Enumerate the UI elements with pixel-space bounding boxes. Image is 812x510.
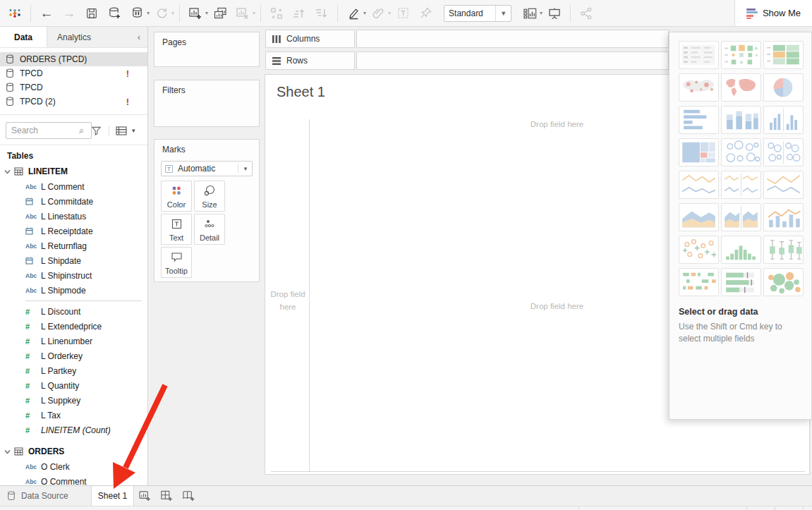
sort-ascending-icon[interactable]: [290, 4, 308, 23]
table-group-header[interactable]: ORDERS: [0, 444, 147, 459]
showme-symbol-map[interactable]: [679, 73, 719, 102]
show-mark-labels-icon[interactable]: [394, 4, 412, 23]
undo-icon[interactable]: ←: [37, 4, 56, 23]
field-item[interactable]: L Receiptdate: [0, 224, 147, 238]
field-item[interactable]: # L Suppkey: [0, 393, 147, 408]
pause-auto-updates-icon[interactable]: [128, 4, 146, 23]
swap-rows-columns-icon[interactable]: [267, 4, 286, 23]
filter-fields-icon[interactable]: [91, 126, 102, 135]
view-options-icon[interactable]: ▼: [109, 126, 136, 135]
clear-sheet-icon[interactable]: [234, 4, 252, 23]
showme-bullet-graph[interactable]: [721, 268, 761, 296]
field-item[interactable]: # L Linenumber: [0, 334, 147, 348]
tab-analytics[interactable]: Analytics: [47, 27, 101, 47]
datasource-item[interactable]: TPCD!: [0, 66, 147, 80]
field-item[interactable]: Abc L Shipmode: [0, 283, 147, 298]
new-data-source-icon[interactable]: [105, 4, 123, 23]
datasource-item[interactable]: TPCD: [0, 80, 147, 95]
mark-type-dropdown[interactable]: T Automatic ▼: [161, 161, 253, 176]
group-members-icon[interactable]: [369, 4, 387, 23]
showme-stacked-bars[interactable]: [721, 106, 761, 134]
datasource-item[interactable]: ORDERS (TPCD): [0, 52, 147, 66]
pages-card[interactable]: Pages: [154, 32, 260, 67]
field-item[interactable]: # L Quantity: [0, 378, 147, 393]
sort-descending-icon[interactable]: [313, 4, 331, 23]
table-group-header[interactable]: LINEITEM: [0, 164, 147, 179]
showme-side-by-side-bars[interactable]: [763, 106, 804, 134]
mark-labels-caret-icon[interactable]: ▾: [540, 10, 543, 16]
tableau-logo-icon[interactable]: [6, 4, 24, 23]
new-story-tab-icon[interactable]: [178, 486, 200, 506]
field-item[interactable]: # L Discount: [0, 304, 147, 319]
pause-updates-caret-icon[interactable]: ▾: [147, 10, 150, 16]
showme-horizontal-bars[interactable]: [679, 106, 719, 134]
datasource-item[interactable]: TPCD (2)!: [0, 95, 147, 109]
fix-axes-icon[interactable]: [416, 4, 435, 23]
refresh-caret-icon[interactable]: ▾: [171, 10, 174, 16]
field-item[interactable]: # L Tax: [0, 408, 147, 423]
showme-box-and-whisker[interactable]: [763, 236, 804, 264]
field-item[interactable]: # L Orderkey: [0, 348, 147, 363]
field-item[interactable]: Abc O Clerk: [0, 459, 147, 474]
field-item[interactable]: L Commitdate: [0, 194, 147, 209]
filters-card[interactable]: Filters: [154, 80, 260, 127]
showme-discrete-area[interactable]: [721, 203, 761, 231]
showme-side-by-side-circles[interactable]: [763, 138, 804, 166]
fit-selector[interactable]: Standard ▼: [444, 5, 511, 22]
showme-highlight-table[interactable]: [763, 41, 804, 69]
showme-filled-map[interactable]: [721, 73, 761, 102]
showme-gantt[interactable]: [679, 268, 719, 296]
showme-dual-combination[interactable]: [763, 203, 804, 231]
field-item[interactable]: # L Partkey: [0, 363, 147, 378]
field-item[interactable]: Abc O Comment: [0, 474, 147, 485]
showme-continuous-area[interactable]: [679, 203, 719, 231]
showme-dual-lines[interactable]: [763, 171, 804, 199]
showme-circle-views[interactable]: [721, 138, 761, 166]
drop-zone-left[interactable]: Drop field here: [269, 289, 306, 314]
refresh-icon[interactable]: [152, 4, 171, 23]
field-item[interactable]: Abc L Comment: [0, 179, 147, 194]
showme-histogram[interactable]: [721, 236, 761, 264]
group-caret-icon[interactable]: ▾: [388, 10, 391, 16]
field-item[interactable]: L Shipdate: [0, 253, 147, 268]
rows-shelf[interactable]: [356, 51, 669, 70]
showme-treemap[interactable]: [679, 138, 719, 166]
field-item[interactable]: # L Extendedprice: [0, 319, 147, 334]
showme-continuous-lines[interactable]: [679, 171, 719, 199]
save-icon[interactable]: [83, 4, 101, 23]
showme-scatter-plot[interactable]: [679, 236, 719, 264]
field-item[interactable]: # LINEITEM (Count): [0, 423, 147, 437]
new-worksheet-tab-icon[interactable]: [134, 486, 156, 506]
field-item[interactable]: Abc L Linestatus: [0, 209, 147, 224]
new-worksheet-icon[interactable]: [186, 4, 205, 23]
showme-pie-chart[interactable]: [763, 73, 804, 102]
field-item[interactable]: Abc L Shipinstruct: [0, 268, 147, 283]
tab-data-source[interactable]: Data Source: [0, 486, 92, 506]
size-button[interactable]: Size: [194, 181, 225, 212]
tooltip-button[interactable]: Tooltip: [161, 247, 192, 278]
tab-sheet-1[interactable]: Sheet 1: [92, 486, 134, 506]
clear-sheet-caret-icon[interactable]: ▾: [253, 10, 255, 16]
search-input[interactable]: [6, 122, 92, 139]
highlight-icon[interactable]: [344, 4, 363, 23]
showme-heat-map[interactable]: [721, 41, 761, 69]
redo-icon[interactable]: →: [60, 4, 78, 23]
duplicate-sheet-icon[interactable]: [211, 4, 229, 23]
new-sheet-caret-icon[interactable]: ▾: [205, 10, 208, 16]
show-me-button[interactable]: Show Me: [734, 0, 812, 27]
showme-packed-bubbles[interactable]: [763, 268, 804, 296]
presentation-mode-icon[interactable]: [545, 4, 564, 23]
tab-data[interactable]: Data: [0, 27, 47, 47]
highlight-caret-icon[interactable]: ▾: [363, 10, 366, 16]
share-icon[interactable]: [577, 4, 595, 23]
color-button[interactable]: Color: [161, 181, 192, 212]
show-mark-labels-toolbar-icon[interactable]: [521, 4, 539, 23]
columns-shelf[interactable]: [356, 30, 669, 48]
showme-discrete-lines[interactable]: [721, 171, 761, 199]
new-dashboard-tab-icon[interactable]: [156, 486, 178, 506]
text-button[interactable]: Text: [161, 214, 192, 245]
field-item[interactable]: Abc L Returnflag: [0, 238, 147, 253]
detail-button[interactable]: Detail: [194, 214, 225, 245]
collapse-pane-icon[interactable]: ‹: [131, 27, 147, 47]
showme-text-table[interactable]: [679, 41, 719, 69]
